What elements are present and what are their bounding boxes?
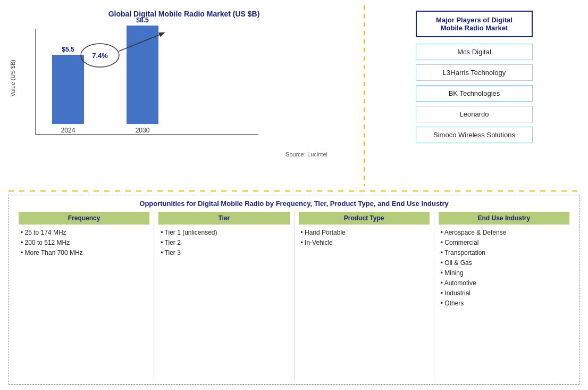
tier-item-3: Tier 3 bbox=[158, 249, 289, 256]
bar-label-2030: 2030 bbox=[136, 127, 150, 134]
bottom-section: Opportunities for Digital Mobile Radio b… bbox=[9, 195, 579, 385]
vertical-separator bbox=[364, 5, 365, 186]
bar-2030 bbox=[127, 26, 158, 124]
industry-item-4: Oil & Gas bbox=[439, 259, 569, 267]
frequency-items: 25 to 174 MHz 200 to 512 MHz More Than 7… bbox=[19, 229, 149, 259]
players-area: Major Players of Digital Mobile Radio Ma… bbox=[369, 5, 579, 186]
freq-item-1: 25 to 174 MHz bbox=[19, 229, 149, 236]
player-item-3: BK Technologies bbox=[416, 85, 533, 102]
tier-item-2: Tier 2 bbox=[158, 239, 289, 246]
horizontal-separator bbox=[9, 190, 579, 192]
tier-header: Tier bbox=[158, 212, 289, 225]
industry-item-7: Industrial bbox=[439, 289, 569, 297]
player-item-1: Mcs Digital bbox=[416, 44, 533, 60]
top-section: Global Digital Mobile Radio Market (US $… bbox=[9, 5, 579, 186]
svg-point-0 bbox=[81, 44, 119, 67]
categories-row: Frequency 25 to 174 MHz 200 to 512 MHz M… bbox=[14, 212, 574, 380]
product-items: Hand Portable In-Vehicle bbox=[299, 229, 430, 249]
bar-group-2024: $5.5 2024 bbox=[52, 46, 84, 134]
frequency-col: Frequency 25 to 174 MHz 200 to 512 MHz M… bbox=[14, 212, 154, 380]
player-item-5: Simoco Wireless Solutions bbox=[416, 127, 533, 143]
opportunities-title: Opportunities for Digital Mobile Radio b… bbox=[14, 200, 574, 208]
chart-wrapper: Value (US $B) $5.5 2024 $8.5 2030 bbox=[9, 22, 359, 150]
player-item-4: Leonardo bbox=[416, 106, 533, 122]
player-item-2: L3Harris Technology bbox=[416, 64, 533, 81]
tier-item-1: Tier 1 (unlicensed) bbox=[158, 229, 289, 236]
tier-items: Tier 1 (unlicensed) Tier 2 Tier 3 bbox=[158, 229, 289, 259]
industry-header: End Use Industry bbox=[439, 212, 569, 225]
svg-text:7.4%: 7.4% bbox=[92, 52, 108, 60]
bar-label-2024: 2024 bbox=[61, 127, 75, 134]
y-axis-label: Value (US $B) bbox=[10, 60, 16, 97]
industry-item-2: Commercial bbox=[439, 239, 569, 246]
bar-2024 bbox=[52, 55, 84, 124]
players-title: Major Players of Digital Mobile Radio Ma… bbox=[416, 11, 533, 37]
product-header: Product Type bbox=[299, 212, 430, 225]
industry-items: Aerospace & Defense Commercial Transport… bbox=[439, 229, 569, 310]
industry-item-3: Transportation bbox=[439, 249, 569, 256]
freq-item-3: More Than 700 MHz bbox=[19, 249, 149, 256]
industry-item-1: Aerospace & Defense bbox=[439, 229, 569, 236]
tier-col: Tier Tier 1 (unlicensed) Tier 2 Tier 3 bbox=[154, 212, 294, 380]
chart-source: Source: Lucintel bbox=[9, 151, 359, 157]
industry-item-8: Others bbox=[439, 300, 569, 307]
frequency-header: Frequency bbox=[19, 212, 149, 225]
chart-area: Global Digital Mobile Radio Market (US $… bbox=[9, 5, 359, 186]
industry-item-6: Automotive bbox=[439, 279, 569, 287]
bar-group-2030: $8.5 2030 bbox=[127, 16, 158, 134]
product-col: Product Type Hand Portable In-Vehicle bbox=[295, 212, 434, 380]
bar-value-2024: $5.5 bbox=[62, 46, 74, 53]
bar-value-2030: $8.5 bbox=[136, 16, 148, 24]
freq-item-2: 200 to 512 MHz bbox=[19, 239, 149, 246]
product-item-2: In-Vehicle bbox=[299, 239, 430, 246]
bars-container: $5.5 2024 $8.5 2030 7.4% bbox=[35, 29, 258, 135]
industry-col: End Use Industry Aerospace & Defense Com… bbox=[434, 212, 574, 380]
main-container: Global Digital Mobile Radio Market (US $… bbox=[0, 0, 588, 390]
industry-item-5: Mining bbox=[439, 269, 569, 277]
product-item-1: Hand Portable bbox=[299, 229, 430, 236]
